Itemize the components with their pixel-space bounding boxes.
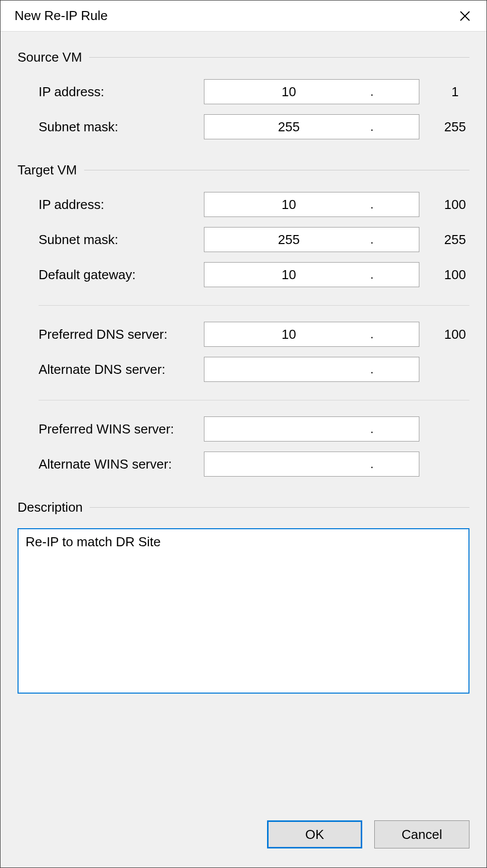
ip-octet[interactable] xyxy=(374,267,487,283)
dot-separator: . xyxy=(370,327,374,341)
target-gateway-input[interactable]: . . . xyxy=(204,262,419,287)
target-mask-label: Subnet mask: xyxy=(39,232,204,248)
alternate-dns-input[interactable]: . . . xyxy=(204,357,419,382)
preferred-dns-label: Preferred DNS server: xyxy=(39,327,204,342)
dot-separator: . xyxy=(370,120,374,134)
target-ip-input[interactable]: . . . xyxy=(204,192,419,217)
description-header: Description xyxy=(18,500,83,515)
ip-octet[interactable] xyxy=(207,362,370,377)
reip-rule-dialog: New Re-IP Rule Source VM IP address: . .… xyxy=(0,0,487,868)
alternate-wins-row: Alternate WINS server: . . . xyxy=(18,451,469,478)
dot-separator: . xyxy=(370,422,374,436)
target-gateway-label: Default gateway: xyxy=(39,267,204,283)
source-mask-label: Subnet mask: xyxy=(39,119,204,135)
target-gateway-row: Default gateway: . . . xyxy=(18,261,469,288)
dot-separator: . xyxy=(370,457,374,471)
dot-separator: . xyxy=(370,362,374,376)
section-divider xyxy=(90,507,469,508)
ok-button[interactable]: OK xyxy=(267,820,362,848)
alternate-dns-label: Alternate DNS server: xyxy=(39,362,204,377)
ip-octet[interactable] xyxy=(207,267,370,283)
ip-octet[interactable] xyxy=(207,84,370,100)
target-mask-row: Subnet mask: . . . xyxy=(18,226,469,253)
dot-separator: . xyxy=(370,85,374,99)
preferred-wins-row: Preferred WINS server: . . . xyxy=(18,415,469,443)
target-ip-label: IP address: xyxy=(39,197,204,212)
ip-octet[interactable] xyxy=(374,84,487,100)
target-ip-row: IP address: . . . xyxy=(18,191,469,218)
preferred-wins-label: Preferred WINS server: xyxy=(39,421,204,437)
ip-octet[interactable] xyxy=(374,457,487,472)
alternate-dns-row: Alternate DNS server: . . . xyxy=(18,356,469,383)
cancel-button[interactable]: Cancel xyxy=(374,820,469,848)
description-header-row: Description xyxy=(18,500,469,515)
section-divider xyxy=(84,170,470,170)
target-vm-header-row: Target VM xyxy=(18,162,469,178)
preferred-dns-row: Preferred DNS server: . . . xyxy=(18,321,469,348)
source-vm-header: Source VM xyxy=(18,50,82,65)
preferred-dns-input[interactable]: . . . xyxy=(204,322,419,347)
section-divider xyxy=(89,57,469,58)
alternate-wins-label: Alternate WINS server: xyxy=(39,457,204,472)
source-mask-row: Subnet mask: . . . xyxy=(18,113,469,140)
ip-octet[interactable] xyxy=(374,232,487,248)
source-ip-row: IP address: . . . xyxy=(18,78,469,105)
alternate-wins-input[interactable]: . . . xyxy=(204,452,419,477)
source-ip-label: IP address: xyxy=(39,84,204,100)
ip-octet[interactable] xyxy=(374,119,487,135)
ip-octet[interactable] xyxy=(207,327,370,342)
ip-octet[interactable] xyxy=(374,362,487,377)
ip-octet[interactable] xyxy=(374,421,487,437)
dot-separator: . xyxy=(370,233,374,247)
ip-octet[interactable] xyxy=(207,421,370,437)
target-mask-input[interactable]: . . . xyxy=(204,227,419,252)
subsection-divider xyxy=(39,400,469,400)
description-input[interactable] xyxy=(18,528,469,694)
titlebar: New Re-IP Rule xyxy=(1,1,486,32)
ip-octet[interactable] xyxy=(374,327,487,342)
target-vm-header: Target VM xyxy=(18,162,77,178)
ip-octet[interactable] xyxy=(207,232,370,248)
subsection-divider xyxy=(39,305,469,306)
ip-octet[interactable] xyxy=(374,197,487,212)
preferred-wins-input[interactable]: . . . xyxy=(204,416,419,442)
ip-octet[interactable] xyxy=(207,457,370,472)
source-vm-header-row: Source VM xyxy=(18,50,469,65)
dialog-content: Source VM IP address: . . . Subnet mask:… xyxy=(1,32,486,806)
dialog-buttons: OK Cancel xyxy=(1,806,486,867)
source-ip-input[interactable]: . . . xyxy=(204,79,419,104)
window-title: New Re-IP Rule xyxy=(15,8,108,24)
close-icon[interactable] xyxy=(453,5,476,28)
ip-octet[interactable] xyxy=(207,119,370,135)
dot-separator: . xyxy=(370,268,374,282)
ip-octet[interactable] xyxy=(207,197,370,212)
dot-separator: . xyxy=(370,197,374,211)
source-mask-input[interactable]: . . . xyxy=(204,114,419,139)
